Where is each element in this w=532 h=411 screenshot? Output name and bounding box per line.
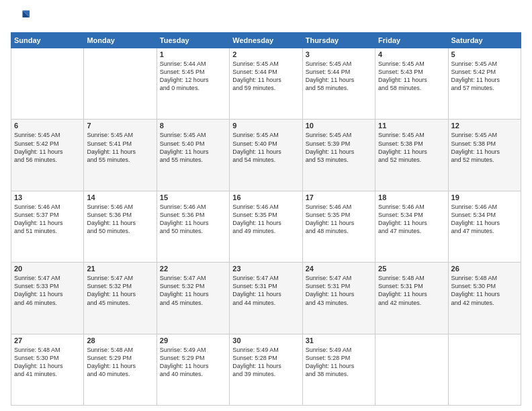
day-info: Sunrise: 5:45 AM Sunset: 5:44 PM Dayligh… — [232, 60, 299, 93]
calendar-cell: 22Sunrise: 5:47 AM Sunset: 5:32 PM Dayli… — [157, 263, 229, 334]
day-number: 18 — [378, 193, 445, 201]
calendar-cell: 31Sunrise: 5:49 AM Sunset: 5:28 PM Dayli… — [302, 334, 375, 405]
day-info: Sunrise: 5:46 AM Sunset: 5:36 PM Dayligh… — [87, 203, 153, 236]
day-info: Sunrise: 5:45 AM Sunset: 5:38 PM Dayligh… — [378, 131, 445, 164]
calendar-cell: 26Sunrise: 5:48 AM Sunset: 5:30 PM Dayli… — [448, 263, 521, 334]
calendar-cell: 12Sunrise: 5:45 AM Sunset: 5:38 PM Dayli… — [448, 120, 521, 191]
calendar-cell: 3Sunrise: 5:45 AM Sunset: 5:44 PM Daylig… — [302, 48, 375, 120]
day-number: 23 — [232, 265, 299, 273]
calendar-cell: 23Sunrise: 5:47 AM Sunset: 5:31 PM Dayli… — [230, 263, 302, 334]
calendar-cell — [375, 334, 448, 405]
weekday-header-tuesday: Tuesday — [157, 33, 229, 48]
calendar-body: 1Sunrise: 5:44 AM Sunset: 5:45 PM Daylig… — [11, 48, 521, 406]
weekday-header-thursday: Thursday — [302, 33, 375, 48]
day-info: Sunrise: 5:48 AM Sunset: 5:30 PM Dayligh… — [451, 274, 518, 307]
day-info: Sunrise: 5:45 AM Sunset: 5:44 PM Dayligh… — [306, 60, 372, 93]
day-info: Sunrise: 5:47 AM Sunset: 5:32 PM Dayligh… — [160, 274, 226, 307]
day-info: Sunrise: 5:46 AM Sunset: 5:34 PM Dayligh… — [451, 203, 518, 236]
calendar-cell: 4Sunrise: 5:45 AM Sunset: 5:43 PM Daylig… — [375, 48, 448, 120]
header — [11, 8, 521, 27]
day-number: 4 — [378, 50, 445, 58]
page: SundayMondayTuesdayWednesdayThursdayFrid… — [0, 0, 532, 411]
calendar-cell: 21Sunrise: 5:47 AM Sunset: 5:32 PM Dayli… — [84, 263, 157, 334]
calendar-cell — [11, 48, 84, 120]
day-number: 15 — [160, 193, 226, 201]
calendar-cell: 2Sunrise: 5:45 AM Sunset: 5:44 PM Daylig… — [230, 48, 302, 120]
day-number: 11 — [378, 122, 445, 130]
day-info: Sunrise: 5:45 AM Sunset: 5:42 PM Dayligh… — [451, 60, 518, 93]
calendar-week-2: 6Sunrise: 5:45 AM Sunset: 5:42 PM Daylig… — [11, 120, 521, 191]
day-info: Sunrise: 5:45 AM Sunset: 5:40 PM Dayligh… — [160, 131, 226, 164]
weekday-header-friday: Friday — [375, 33, 448, 48]
day-info: Sunrise: 5:45 AM Sunset: 5:41 PM Dayligh… — [87, 131, 153, 164]
calendar-cell — [84, 48, 157, 120]
weekday-header-saturday: Saturday — [448, 33, 521, 48]
calendar-week-4: 20Sunrise: 5:47 AM Sunset: 5:33 PM Dayli… — [11, 263, 521, 334]
day-number: 24 — [306, 265, 372, 273]
calendar-cell: 9Sunrise: 5:45 AM Sunset: 5:40 PM Daylig… — [230, 120, 302, 191]
day-number: 9 — [232, 122, 299, 130]
calendar-cell: 20Sunrise: 5:47 AM Sunset: 5:33 PM Dayli… — [11, 263, 84, 334]
day-info: Sunrise: 5:47 AM Sunset: 5:33 PM Dayligh… — [14, 274, 81, 307]
day-info: Sunrise: 5:44 AM Sunset: 5:45 PM Dayligh… — [160, 60, 226, 93]
calendar-cell: 25Sunrise: 5:48 AM Sunset: 5:31 PM Dayli… — [375, 263, 448, 334]
calendar-cell: 1Sunrise: 5:44 AM Sunset: 5:45 PM Daylig… — [157, 48, 229, 120]
calendar-cell: 27Sunrise: 5:48 AM Sunset: 5:30 PM Dayli… — [11, 334, 84, 405]
calendar-cell — [448, 334, 521, 405]
day-number: 21 — [87, 265, 153, 273]
day-info: Sunrise: 5:47 AM Sunset: 5:32 PM Dayligh… — [87, 274, 153, 307]
day-info: Sunrise: 5:49 AM Sunset: 5:29 PM Dayligh… — [160, 346, 226, 379]
calendar-cell: 11Sunrise: 5:45 AM Sunset: 5:38 PM Dayli… — [375, 120, 448, 191]
day-info: Sunrise: 5:46 AM Sunset: 5:36 PM Dayligh… — [160, 203, 226, 236]
day-info: Sunrise: 5:45 AM Sunset: 5:42 PM Dayligh… — [14, 131, 81, 164]
logo-icon — [11, 8, 30, 27]
calendar-cell: 7Sunrise: 5:45 AM Sunset: 5:41 PM Daylig… — [84, 120, 157, 191]
calendar-table: SundayMondayTuesdayWednesdayThursdayFrid… — [11, 32, 521, 406]
calendar-cell: 14Sunrise: 5:46 AM Sunset: 5:36 PM Dayli… — [84, 191, 157, 262]
calendar-cell: 13Sunrise: 5:46 AM Sunset: 5:37 PM Dayli… — [11, 191, 84, 262]
calendar-cell: 16Sunrise: 5:46 AM Sunset: 5:35 PM Dayli… — [230, 191, 302, 262]
day-number: 6 — [14, 122, 81, 130]
day-number: 8 — [160, 122, 226, 130]
day-number: 20 — [14, 265, 81, 273]
calendar-cell: 19Sunrise: 5:46 AM Sunset: 5:34 PM Dayli… — [448, 191, 521, 262]
weekday-header-monday: Monday — [84, 33, 157, 48]
day-info: Sunrise: 5:45 AM Sunset: 5:43 PM Dayligh… — [378, 60, 445, 93]
calendar-cell: 15Sunrise: 5:46 AM Sunset: 5:36 PM Dayli… — [157, 191, 229, 262]
day-number: 31 — [306, 336, 372, 345]
day-number: 13 — [14, 193, 81, 201]
day-info: Sunrise: 5:46 AM Sunset: 5:34 PM Dayligh… — [378, 203, 445, 236]
day-info: Sunrise: 5:48 AM Sunset: 5:30 PM Dayligh… — [14, 346, 81, 379]
day-number: 3 — [306, 50, 372, 58]
calendar-week-3: 13Sunrise: 5:46 AM Sunset: 5:37 PM Dayli… — [11, 191, 521, 262]
calendar-header: SundayMondayTuesdayWednesdayThursdayFrid… — [11, 33, 521, 48]
day-number: 5 — [451, 50, 518, 58]
calendar-cell: 6Sunrise: 5:45 AM Sunset: 5:42 PM Daylig… — [11, 120, 84, 191]
calendar-cell: 29Sunrise: 5:49 AM Sunset: 5:29 PM Dayli… — [157, 334, 229, 405]
day-number: 14 — [87, 193, 153, 201]
day-info: Sunrise: 5:46 AM Sunset: 5:37 PM Dayligh… — [14, 203, 81, 236]
day-number: 19 — [451, 193, 518, 201]
day-info: Sunrise: 5:48 AM Sunset: 5:31 PM Dayligh… — [378, 274, 445, 307]
calendar-cell: 30Sunrise: 5:49 AM Sunset: 5:28 PM Dayli… — [230, 334, 302, 405]
day-info: Sunrise: 5:47 AM Sunset: 5:31 PM Dayligh… — [306, 274, 372, 307]
weekday-header-sunday: Sunday — [11, 33, 84, 48]
day-number: 29 — [160, 336, 226, 345]
day-number: 22 — [160, 265, 226, 273]
day-info: Sunrise: 5:46 AM Sunset: 5:35 PM Dayligh… — [306, 203, 372, 236]
day-info: Sunrise: 5:45 AM Sunset: 5:39 PM Dayligh… — [306, 131, 372, 164]
calendar-cell: 10Sunrise: 5:45 AM Sunset: 5:39 PM Dayli… — [302, 120, 375, 191]
logo — [11, 8, 31, 27]
day-number: 17 — [306, 193, 372, 201]
weekday-header-wednesday: Wednesday — [230, 33, 302, 48]
day-number: 10 — [306, 122, 372, 130]
day-info: Sunrise: 5:49 AM Sunset: 5:28 PM Dayligh… — [306, 346, 372, 379]
weekday-header-row: SundayMondayTuesdayWednesdayThursdayFrid… — [11, 33, 521, 48]
day-info: Sunrise: 5:49 AM Sunset: 5:28 PM Dayligh… — [232, 346, 299, 379]
calendar-cell: 28Sunrise: 5:48 AM Sunset: 5:29 PM Dayli… — [84, 334, 157, 405]
day-number: 1 — [160, 50, 226, 58]
day-number: 16 — [232, 193, 299, 201]
calendar-cell: 18Sunrise: 5:46 AM Sunset: 5:34 PM Dayli… — [375, 191, 448, 262]
day-info: Sunrise: 5:45 AM Sunset: 5:40 PM Dayligh… — [232, 131, 299, 164]
day-info: Sunrise: 5:46 AM Sunset: 5:35 PM Dayligh… — [232, 203, 299, 236]
